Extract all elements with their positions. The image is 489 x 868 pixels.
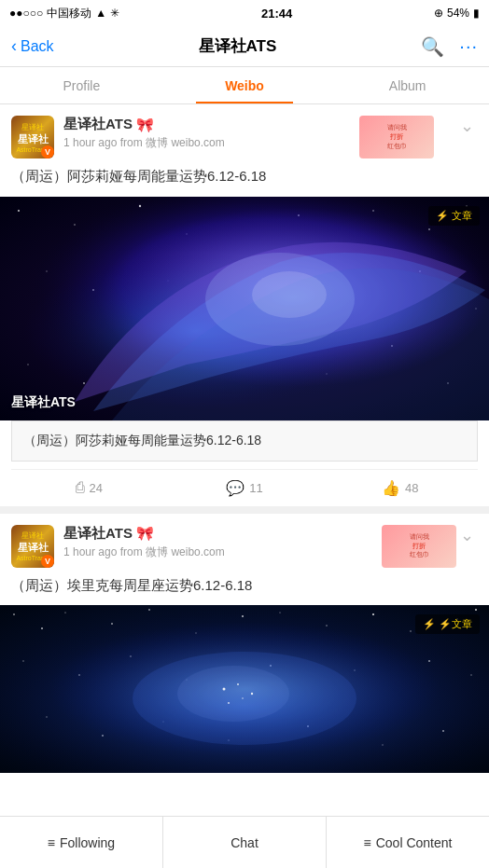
activity-icon: ✳ [110, 7, 119, 20]
post-image-2[interactable]: ⚡ ⚡文章 [0, 605, 489, 773]
svg-point-56 [177, 666, 289, 722]
post-header: 星译社 星译社 AstroTranS V 星译社ATS 🎀 1 hour ago… [11, 116, 478, 158]
post-info: 星译社ATS 🎀 1 hour ago from 微博 weibo.com [63, 116, 378, 151]
nav-bar: ‹ Back 星译社ATS 🔍 ··· [0, 26, 489, 67]
post-card: 星译社 星译社 AstroTranS V 星译社ATS 🎀 1 hour ago… [0, 104, 489, 506]
repost-button[interactable]: ⎙ 24 [11, 479, 167, 496]
comment-count: 11 [249, 481, 262, 495]
post-emoji: 🎀 [136, 117, 154, 133]
post-info: 星译社ATS 🎀 1 hour ago from 微博 weibo.com [63, 525, 378, 560]
post-header: 星译社 星译社 AstroTranS V 星译社ATS 🎀 1 hour ago… [11, 525, 478, 568]
badge-label-2: ⚡文章 [439, 617, 472, 631]
post-dropdown-icon[interactable]: ⌄ [456, 525, 478, 545]
back-chevron-icon: ‹ [11, 36, 17, 56]
article-badge: ⚡ 文章 [428, 206, 480, 226]
battery-icon: ▮ [473, 7, 480, 20]
bottom-following[interactable]: ≡ Following [0, 817, 163, 868]
feed: 星译社 星译社 AstroTranS V 星译社ATS 🎀 1 hour ago… [0, 104, 489, 825]
article-card[interactable]: （周运）阿莎莉娅每周能量运势6.12-6.18 [11, 420, 478, 462]
repost-count: 24 [90, 481, 103, 495]
bottom-coolcontent[interactable]: ≡ Cool Content [327, 817, 489, 868]
back-label[interactable]: Back [21, 38, 54, 55]
post-meta: 1 hour ago from 微博 weibo.com [63, 135, 378, 151]
battery-percent: 54% [447, 7, 469, 20]
post-text: （周运）埃里克每周星座运势6.12-6.18 [11, 575, 478, 597]
article-badge-2: ⚡ ⚡文章 [415, 614, 480, 634]
svg-point-58 [237, 683, 239, 685]
avatar-top-label: 星译社 [21, 530, 44, 541]
avatar[interactable]: 星译社 星译社 AstroTranS V [11, 116, 54, 158]
svg-point-61 [228, 702, 230, 704]
back-button[interactable]: ‹ Back [11, 36, 54, 56]
post-image[interactable]: ⚡ 文章 星译社ATS [0, 197, 489, 420]
article-title: （周运）阿莎莉娅每周能量运势6.12-6.18 [23, 433, 466, 449]
coolcontent-menu-icon: ≡ [364, 835, 371, 850]
badge-label: 文章 [452, 209, 472, 223]
tab-album[interactable]: Album [326, 67, 489, 103]
coolcontent-label: Cool Content [376, 835, 453, 850]
avatar-main-label: 星译社 [18, 132, 49, 146]
status-bar: ●●○○○ 中国移动 ▲ ✳ 21:44 ⊕ 54% ▮ [0, 0, 489, 26]
post-emoji: 🎀 [136, 525, 154, 542]
following-label: Following [60, 835, 115, 850]
lightning-icon-2: ⚡ [423, 618, 436, 630]
comment-icon: 💬 [226, 479, 244, 497]
post-meta: 1 hour ago from 微博 weibo.com [63, 544, 378, 560]
wifi-icon: ▲ [95, 7, 106, 20]
location-icon: ⊕ [434, 7, 443, 20]
nebula-svg [0, 197, 489, 420]
tab-profile[interactable]: Profile [0, 67, 163, 103]
signal-dots: ●●○○○ [9, 7, 43, 20]
post-author-name: 星译社ATS 🎀 [63, 525, 378, 543]
lightning-icon: ⚡ [436, 210, 449, 222]
post-author-name: 星译社ATS 🎀 [63, 116, 378, 133]
svg-point-57 [223, 688, 226, 691]
avatar[interactable]: 星译社 星译社 AstroTranS V [11, 525, 54, 568]
repost-icon: ⎙ [76, 479, 85, 496]
svg-point-23 [252, 271, 327, 318]
carrier-name: 中国移动 [47, 6, 91, 21]
profile-tabs: Profile Weibo Album [0, 67, 489, 104]
bottom-chat[interactable]: Chat [163, 817, 327, 868]
avatar-main-label: 星译社 [18, 541, 49, 555]
post-text: （周运）阿莎莉娅每周能量运势6.12-6.18 [11, 166, 478, 187]
verified-badge: V [41, 555, 54, 568]
status-right: ⊕ 54% ▮ [434, 7, 480, 20]
like-button[interactable]: 👍 48 [322, 479, 478, 497]
like-count: 48 [405, 481, 418, 495]
ad-banner: 请问我 打折 红包巾 [359, 116, 434, 158]
svg-point-59 [251, 693, 253, 695]
nav-actions: 🔍 ··· [421, 35, 478, 58]
tab-weibo[interactable]: Weibo [163, 67, 327, 103]
ad-banner-2: 请问我 打折 红包巾 [382, 525, 456, 568]
image-watermark: 星译社ATS [11, 394, 76, 411]
verified-badge: V [41, 145, 54, 158]
like-icon: 👍 [382, 479, 400, 497]
page-title: 星译社ATS [199, 35, 277, 57]
more-icon[interactable]: ··· [459, 35, 478, 57]
status-time: 21:44 [261, 7, 292, 21]
comment-button[interactable]: 💬 11 [167, 479, 323, 497]
status-left: ●●○○○ 中国移动 ▲ ✳ [9, 6, 119, 21]
avatar-top-label: 星译社 [21, 122, 44, 132]
following-menu-icon: ≡ [48, 835, 55, 850]
svg-point-60 [242, 697, 244, 699]
post-dropdown-icon[interactable]: ⌄ [456, 116, 478, 136]
search-icon[interactable]: 🔍 [421, 35, 444, 58]
chat-label: Chat [231, 835, 258, 850]
post-actions: ⎙ 24 💬 11 👍 48 [11, 469, 478, 506]
bottom-bar: ≡ Following Chat ≡ Cool Content [0, 816, 489, 868]
post-card: 星译社 星译社 AstroTranS V 星译社ATS 🎀 1 hour ago… [0, 514, 489, 826]
